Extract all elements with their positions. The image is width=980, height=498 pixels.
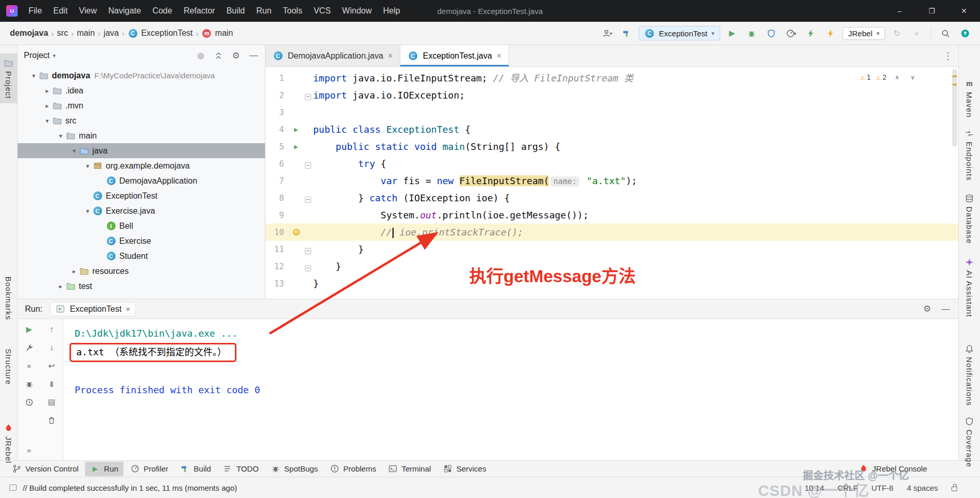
run-button[interactable]: ▶ xyxy=(724,25,740,41)
tree-item-org-example-demojava[interactable]: ▾org.example.demojava xyxy=(18,158,265,173)
settings-icon[interactable]: ⚙ xyxy=(231,50,241,61)
run-line-icon[interactable]: ▶ xyxy=(294,121,298,138)
toolwindow-button-todo[interactable]: TODO xyxy=(217,462,264,476)
debug-button[interactable] xyxy=(744,25,760,41)
file-encoding-widget[interactable]: UTF-8 xyxy=(871,483,893,492)
breadcrumb-src[interactable]: src xyxy=(54,27,71,39)
next-problem-icon[interactable]: ∨ xyxy=(907,72,918,82)
run-tab[interactable]: ExceptionTest × xyxy=(50,302,136,316)
tree-item-demojavaapplication[interactable]: CDemojavaApplication xyxy=(18,173,265,188)
menu-file[interactable]: File xyxy=(23,0,48,22)
chevron-open-icon[interactable]: ▾ xyxy=(56,132,65,140)
tree-item-bell[interactable]: IBell xyxy=(18,218,265,233)
tree-item-main[interactable]: ▾main xyxy=(18,128,265,143)
toolwindow-button-profiler[interactable]: Profiler xyxy=(124,462,174,476)
stripe-button-structure[interactable]: Structure xyxy=(0,349,17,385)
tree-item-java[interactable]: ▾java xyxy=(18,143,265,158)
clear-button[interactable] xyxy=(47,415,57,425)
close-icon[interactable]: × xyxy=(388,51,393,61)
menu-refactor[interactable]: Refactor xyxy=(178,0,220,22)
chevron-open-icon[interactable]: ▾ xyxy=(83,208,92,215)
toolwindow-button-problems[interactable]: Problems xyxy=(324,462,381,476)
code-editor[interactable]: ⚠1⚠2∧∨ 1import java.io.FileInputStream; … xyxy=(265,67,958,299)
scroll-end-button[interactable]: ⇟ xyxy=(47,379,57,389)
chevron-open-icon[interactable]: ▾ xyxy=(29,72,38,79)
softwrap-button[interactable]: ↩ xyxy=(47,361,57,371)
run-config-combo[interactable]: CExceptionTest▾ xyxy=(639,26,720,40)
tree-item-exercise[interactable]: CExercise xyxy=(18,233,265,248)
stripe-button-database[interactable]: Database xyxy=(959,193,980,244)
readonly-lock-icon[interactable] xyxy=(951,487,957,491)
settings-icon[interactable]: ⚙ xyxy=(922,304,932,314)
toolwindow-button-terminal[interactable]: Terminal xyxy=(382,462,436,476)
more-vertical-icon[interactable]: ⋮ xyxy=(943,51,953,61)
menu-run[interactable]: Run xyxy=(250,0,277,22)
toolwindow-button-build[interactable]: Build xyxy=(175,462,216,476)
menu-help[interactable]: Help xyxy=(377,0,406,22)
previous-problem-icon[interactable]: ∧ xyxy=(892,72,902,82)
search-button[interactable] xyxy=(937,25,953,41)
chevron-closed-icon[interactable]: ▸ xyxy=(69,268,79,275)
coverage-button[interactable] xyxy=(764,25,779,41)
close-icon[interactable]: × xyxy=(497,51,501,61)
breadcrumb-exceptiontest[interactable]: CExceptionTest xyxy=(125,27,195,39)
menu-build[interactable]: Build xyxy=(221,0,251,22)
rerun-button[interactable]: ▶ xyxy=(24,324,34,335)
stripe-button-endpoints[interactable]: Endpoints xyxy=(959,128,980,181)
menu-view[interactable]: View xyxy=(73,0,102,22)
tree-item-demojava[interactable]: ▾demojavaF:\MyCodePractice\Java\demojava xyxy=(18,68,265,83)
toolwindow-button-spotbugs[interactable]: SpotBugs xyxy=(265,462,323,476)
menu-navigate[interactable]: Navigate xyxy=(103,0,147,22)
cursor-position-widget[interactable]: 10:14 xyxy=(805,483,824,492)
stripe-button-project[interactable]: Project xyxy=(0,53,17,103)
more-button[interactable]: » xyxy=(24,445,34,455)
stripe-button-notifications[interactable]: Notifications xyxy=(959,343,980,406)
hide-icon[interactable]: — xyxy=(941,304,951,314)
profiler-button[interactable]: ▾ xyxy=(783,25,799,41)
toolwindow-button-services[interactable]: Services xyxy=(437,462,492,476)
close-window-button[interactable]: ✕ xyxy=(948,0,980,22)
maximize-window-button[interactable]: ❐ xyxy=(916,0,948,22)
stop-button[interactable]: ■ xyxy=(909,25,925,41)
zap-orange-button[interactable] xyxy=(823,25,838,41)
fold-icon[interactable]: − xyxy=(305,162,311,169)
toolwindow-button-version-control[interactable]: Version Control xyxy=(6,462,84,476)
chevron-closed-icon[interactable]: ▸ xyxy=(43,87,52,94)
menu-window[interactable]: Window xyxy=(337,0,377,22)
locate-icon[interactable]: ◎ xyxy=(195,50,206,61)
stripe-button-maven[interactable]: mMaven xyxy=(959,78,980,118)
update-button[interactable] xyxy=(957,25,973,41)
up-button[interactable]: ↑ xyxy=(47,324,57,335)
stripe-button-bookmarks[interactable]: Bookmarks xyxy=(0,276,17,320)
scrollbar-thumb[interactable] xyxy=(952,69,957,147)
tree-item-exercise-java[interactable]: ▾CExercise.java xyxy=(18,203,265,218)
tree-item-exceptiontest[interactable]: CExceptionTest xyxy=(18,188,265,203)
inspections-widget[interactable]: ⚠1⚠2∧∨ xyxy=(856,71,922,84)
editor-tab-exceptiontest-java[interactable]: CExceptionTest.java× xyxy=(400,45,509,66)
editor-scrollbar[interactable] xyxy=(951,67,958,299)
chevron-open-icon[interactable]: ▾ xyxy=(43,117,52,125)
project-view-selector[interactable]: Project ▾ xyxy=(24,51,55,60)
menu-edit[interactable]: Edit xyxy=(48,0,74,22)
minimize-window-button[interactable]: – xyxy=(884,0,916,22)
statusbar-widget-icon[interactable] xyxy=(9,485,17,491)
history-button[interactable] xyxy=(24,397,34,407)
collapse-all-icon[interactable] xyxy=(213,50,223,61)
zap-green-button[interactable] xyxy=(803,25,819,41)
run-line-icon[interactable]: ▶ xyxy=(294,138,298,155)
chevron-open-icon[interactable]: ▾ xyxy=(69,147,79,155)
inspection-warning-count[interactable]: ⚠2 xyxy=(876,73,887,82)
run-console[interactable]: D:\Jdk\jdk17\bin\java.exe ...a.txt （系统找不… xyxy=(63,319,958,460)
menu-code[interactable]: Code xyxy=(147,0,178,22)
toolwindow-button-run[interactable]: ▶Run xyxy=(85,462,124,476)
fold-icon[interactable]: − xyxy=(305,248,311,254)
breadcrumb-main[interactable]: mmain xyxy=(199,27,236,39)
wrench-button[interactable] xyxy=(24,342,34,353)
line-separator-widget[interactable]: CRLF xyxy=(837,483,858,492)
user-button[interactable]: ▾ xyxy=(599,25,615,41)
chevron-closed-icon[interactable]: ▸ xyxy=(56,283,65,290)
close-icon[interactable]: × xyxy=(125,305,130,313)
hammer-button[interactable] xyxy=(619,25,635,41)
fold-icon[interactable]: − xyxy=(305,265,311,271)
toolwindow-button-jrebel-console[interactable]: JRebel Console xyxy=(858,464,974,474)
